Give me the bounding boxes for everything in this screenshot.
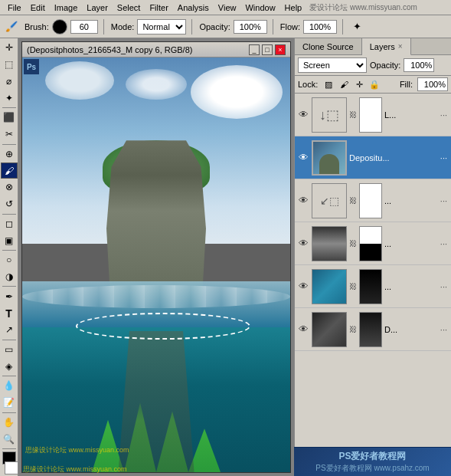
- history-brush-tool[interactable]: ↺: [1, 196, 18, 212]
- layer-name-4: ...: [384, 239, 436, 248]
- layer-info-1: L...: [384, 110, 436, 120]
- thumb-mask-white-3: [360, 184, 381, 218]
- brush-preview[interactable]: [52, 19, 67, 34]
- gradient-tool[interactable]: ▣: [1, 232, 18, 248]
- menu-file[interactable]: File: [3, 2, 26, 14]
- menu-filter[interactable]: Filter: [145, 2, 172, 14]
- airbrush-icon[interactable]: ✦: [348, 18, 365, 35]
- clone-source-label: Clone Source: [302, 42, 354, 51]
- menu-help[interactable]: Help: [280, 2, 307, 14]
- layer-dots-3[interactable]: ···: [439, 196, 449, 205]
- layer-chain-1[interactable]: ⛓: [349, 110, 357, 119]
- menu-image[interactable]: Image: [50, 2, 83, 14]
- path-select-tool[interactable]: ↗: [1, 322, 18, 338]
- mode-select[interactable]: Normal Multiply Screen: [137, 19, 186, 34]
- menu-layer[interactable]: Layer: [82, 2, 113, 14]
- flow-input[interactable]: [303, 20, 337, 34]
- lock-position-icon[interactable]: ✛: [353, 78, 365, 90]
- mode-label: Mode:: [111, 22, 135, 31]
- crop-tool[interactable]: ⬛: [1, 110, 18, 126]
- lasso-tool[interactable]: ⌀: [1, 74, 18, 90]
- menu-edit[interactable]: Edit: [26, 2, 50, 14]
- layer-chain-6[interactable]: ⛓: [349, 325, 357, 333]
- canvas-content[interactable]: Ps: [22, 57, 290, 472]
- hand-tool[interactable]: ✋: [1, 415, 18, 431]
- lock-pixels-icon[interactable]: 🖌: [338, 78, 350, 90]
- layer-dots-2[interactable]: ···: [439, 153, 449, 162]
- slice-tool[interactable]: ✂: [1, 126, 18, 143]
- text-tool[interactable]: T: [1, 305, 18, 321]
- marquee-tool[interactable]: ⬚: [1, 57, 18, 73]
- layer-info-3: ...: [384, 196, 436, 205]
- left-sidebar: ✛ ⬚ ⌀ ✦ ⬛ ✂ ⊕ 🖌 ⊗ ↺ ◻ ▣ ○ ◑ ✒ T ↗ ▭ ◈ 💧 …: [0, 38, 18, 476]
- flow-label: Flow:: [280, 22, 300, 31]
- layer-chain-4[interactable]: ⛓: [349, 239, 357, 248]
- layer-chain-3[interactable]: ⛓: [349, 196, 357, 205]
- maximize-button[interactable]: □: [262, 44, 273, 55]
- menu-view[interactable]: View: [214, 2, 241, 14]
- layer-eye-6[interactable]: 👁: [297, 323, 309, 335]
- layer-dots-1[interactable]: ···: [439, 110, 449, 120]
- eyedropper-tool[interactable]: 💧: [1, 378, 18, 394]
- layer-dots-5[interactable]: ···: [439, 282, 449, 291]
- canvas-window: (Depositphotos_2166543_M copy 6, RGB/8) …: [21, 41, 291, 473]
- separator-4: [342, 19, 343, 34]
- thumb-mask-dark-6: [360, 313, 381, 346]
- background-color[interactable]: [5, 461, 18, 474]
- move-tool[interactable]: ✛: [1, 40, 18, 56]
- dodge-tool[interactable]: ◑: [1, 269, 18, 285]
- tool-separator-8: [2, 412, 16, 413]
- fill-input[interactable]: [417, 77, 448, 91]
- layer-eye-1[interactable]: 👁: [297, 109, 309, 120]
- tab-layers[interactable]: Layers ×: [362, 38, 411, 55]
- layer-dots-4[interactable]: ···: [439, 239, 449, 248]
- pen-tool[interactable]: ✒: [1, 288, 18, 304]
- lock-transparent-icon[interactable]: ▨: [322, 78, 335, 90]
- blur-tool[interactable]: ○: [1, 252, 18, 268]
- minimize-button[interactable]: _: [249, 44, 260, 55]
- stamp-tool[interactable]: ⊗: [1, 179, 18, 195]
- layer-item-4[interactable]: 👁 ⛓ ... ···: [295, 222, 451, 265]
- layer-item-5[interactable]: 👁 ⛓ ... ···: [295, 265, 451, 308]
- shape-tool[interactable]: ▭: [1, 342, 18, 358]
- layer-eye-5[interactable]: 👁: [297, 281, 309, 292]
- layer-chain-5[interactable]: ⛓: [349, 282, 357, 291]
- notes-tool[interactable]: 📝: [1, 395, 18, 411]
- lock-all-icon[interactable]: 🔒: [368, 78, 381, 90]
- layer-item-3[interactable]: 👁 ↙⬚ ⛓ ... ···: [295, 179, 451, 222]
- menu-select[interactable]: Select: [113, 2, 145, 14]
- tab-clone-source[interactable]: Clone Source: [295, 38, 362, 54]
- layer-item-6[interactable]: 👁 ⛓ D... ···: [295, 308, 451, 351]
- thumb-arrow2-3: ↙⬚: [312, 184, 346, 218]
- layers-close-icon[interactable]: ×: [398, 42, 403, 51]
- opacity-input[interactable]: [234, 20, 267, 34]
- separator-3: [273, 19, 273, 34]
- heal-tool[interactable]: ⊕: [1, 146, 18, 162]
- layer-eye-3[interactable]: 👁: [297, 195, 309, 206]
- layer-dots-6[interactable]: ···: [439, 325, 449, 334]
- tool-separator-2: [2, 144, 16, 145]
- eraser-tool[interactable]: ◻: [1, 215, 18, 231]
- brush-size-input[interactable]: [70, 20, 98, 34]
- blend-mode-select[interactable]: Screen Normal Multiply Overlay: [298, 57, 367, 73]
- layers-panel: Screen Normal Multiply Overlay Opacity: …: [295, 55, 451, 476]
- 3d-tool[interactable]: ◈: [1, 358, 18, 374]
- layer-item-1[interactable]: 👁 ↓⬚ ⛓ L... ···: [295, 94, 451, 136]
- close-button[interactable]: ×: [275, 44, 286, 55]
- layer-eye-4[interactable]: 👁: [297, 238, 309, 249]
- thumb-island-2: [313, 142, 345, 174]
- zoom-tool[interactable]: 🔍: [1, 431, 18, 447]
- layer-item-2[interactable]: 👁 Depositu... ···: [295, 136, 451, 179]
- menu-analysis[interactable]: Analysis: [173, 2, 214, 14]
- window-controls: _ □ ×: [249, 44, 286, 55]
- layer-thumbnail-5: [312, 269, 347, 304]
- layer-mask-3: [359, 183, 382, 218]
- magic-wand-tool[interactable]: ✦: [1, 90, 18, 106]
- brush-tool[interactable]: 🖌: [1, 162, 18, 179]
- opacity-input[interactable]: [404, 58, 434, 72]
- layers-list[interactable]: 👁 ↓⬚ ⛓ L... ··· 👁: [295, 94, 451, 458]
- menu-window[interactable]: Window: [240, 2, 279, 14]
- layer-eye-2[interactable]: 👁: [297, 152, 309, 163]
- thumb-arrow-1: ↓⬚: [312, 98, 346, 132]
- brush-tool-icon[interactable]: 🖌️: [3, 18, 20, 35]
